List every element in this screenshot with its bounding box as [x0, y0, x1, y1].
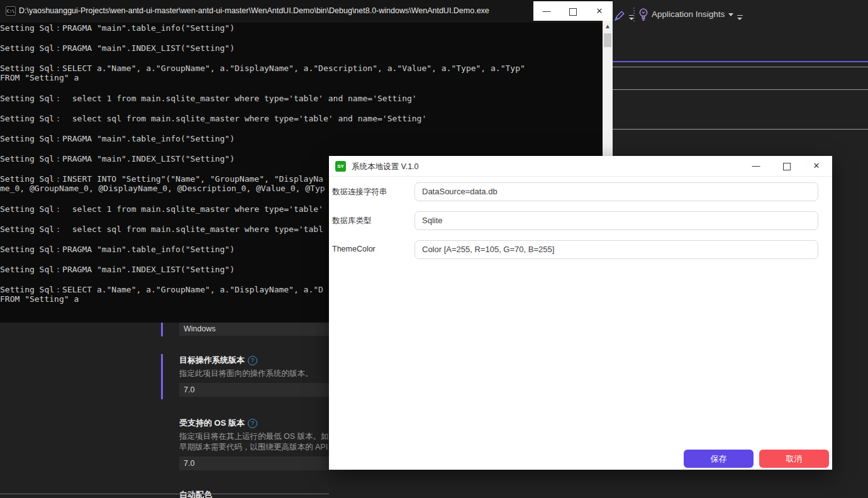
console-line [0, 143, 603, 153]
target-os-version-heading: 目标操作系统版本? [179, 355, 257, 366]
desktop: Application Insights Windows 目标操作系统版本? 指… [0, 0, 868, 498]
console-line [0, 103, 603, 113]
console-line [0, 83, 603, 93]
database-type-label: 数据库类型 [332, 216, 372, 226]
modified-setting-indicator [161, 322, 163, 336]
scroll-up-icon[interactable]: ▲ [603, 23, 613, 30]
console-line: Setting Sql：PRAGMA "main".INDEX_LIST("Se… [0, 43, 603, 53]
console-line [0, 53, 603, 63]
target-os-version-field[interactable]: 7.0 [179, 383, 352, 397]
application-insights-lightbulb-icon [637, 8, 650, 24]
supported-os-version-description: 早期版本需要代码，以围绕更高版本的 API 添 [179, 442, 338, 453]
app-icon: SY [335, 161, 346, 172]
field-separator-line [0, 494, 329, 494]
console-titlebar[interactable]: C:\ D:\yaoshuanggui-Projects\wen-antd-ui… [0, 0, 613, 23]
console-line: Setting Sql：PRAGMA "main".table_info("Se… [0, 133, 603, 143]
heading-text: 受支持的 OS 版本 [179, 418, 245, 428]
database-type-input[interactable]: Sqlite [415, 211, 818, 230]
maximize-icon [783, 163, 791, 170]
maximize-button[interactable] [773, 156, 801, 176]
target-os-version-description: 指定此项目将面向的操作系统的版本。 [179, 368, 313, 379]
scrollbar-thumb[interactable] [604, 33, 611, 47]
application-insights-dropdown[interactable]: Application Insights [652, 9, 725, 19]
console-title: D:\yaoshuanggui-Projects\wen-antd-ui-mas… [19, 6, 489, 15]
theme-color-label: ThemeColor [332, 245, 376, 253]
save-button[interactable]: 保存 [684, 450, 754, 468]
toolbar-separator [633, 8, 635, 21]
close-button[interactable]: ✕ [803, 156, 830, 176]
field-separator-line [613, 129, 868, 130]
dialog-title: 系统本地设置 V.1.0 [352, 162, 419, 172]
console-window-controls: — ✕ [533, 1, 613, 21]
supported-os-version-description: 指定项目将在其上运行的最低 OS 版本。如果 [179, 431, 337, 442]
console-line: Setting Sql：SELECT a."Name", a."GroupNam… [0, 63, 603, 73]
chevron-down-icon[interactable] [728, 13, 733, 16]
modified-setting-indicator [161, 354, 163, 399]
connection-string-label: 数据连接字符串 [332, 187, 387, 197]
settings-dialog: SY 系统本地设置 V.1.0 — ✕ 数据连接字符串 DataSource=d… [329, 156, 832, 470]
console-line: Setting Sql：PRAGMA "main".table_info("Se… [0, 23, 603, 33]
brush-icon[interactable] [614, 10, 625, 24]
field-separator-line [613, 89, 868, 90]
console-line [0, 33, 603, 43]
supported-os-version-field[interactable]: 7.0 [179, 456, 352, 470]
minimize-button[interactable]: — [534, 1, 559, 21]
close-button[interactable]: ✕ [587, 1, 612, 21]
dialog-titlebar[interactable]: SY 系统本地设置 V.1.0 — ✕ [329, 156, 832, 177]
theme-color-input[interactable]: Color [A=255, R=105, G=70, B=255] [415, 240, 818, 259]
connection-string-input[interactable]: DataSource=data.db [415, 182, 818, 201]
maximize-button[interactable] [560, 1, 586, 21]
console-line: Setting Sql： select 1 from main.sqlite_m… [0, 93, 603, 103]
help-icon[interactable]: ? [248, 419, 257, 428]
supported-os-version-heading: 受支持的 OS 版本? [179, 418, 257, 429]
cmd-icon: C:\ [6, 6, 16, 16]
console-line [0, 123, 603, 133]
console-line: Setting Sql： select sql from main.sqlite… [0, 113, 603, 123]
maximize-icon [569, 8, 577, 16]
help-icon[interactable]: ? [248, 356, 257, 365]
focused-field-accent-line [613, 61, 868, 62]
minimize-button[interactable]: — [742, 156, 770, 176]
field-separator-line [613, 67, 868, 67]
toolbar-overflow-icon[interactable] [737, 15, 743, 20]
target-os-field[interactable]: Windows [179, 322, 352, 336]
heading-text: 目标操作系统版本 [179, 355, 245, 365]
cancel-button[interactable]: 取消 [759, 450, 829, 468]
console-line: FROM "Setting" a [0, 73, 603, 83]
